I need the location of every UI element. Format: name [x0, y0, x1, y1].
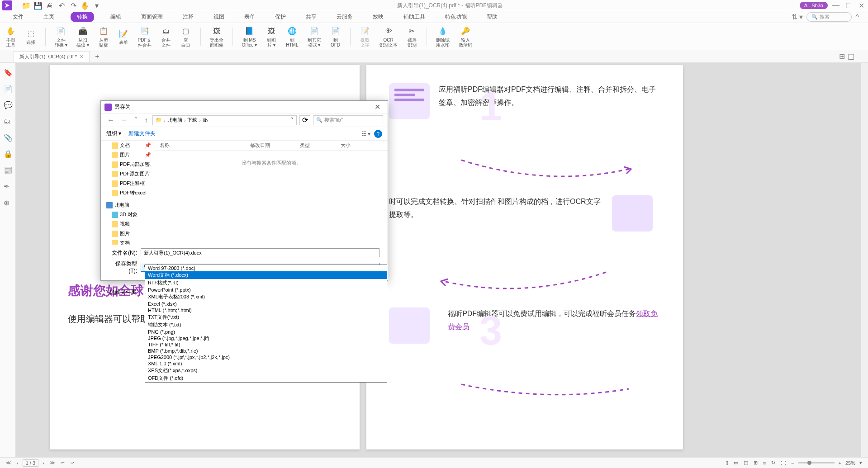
ribbon-pdf-merge[interactable]: 📑PDF文 件合并 — [136, 25, 153, 48]
qat-save-icon[interactable]: 💾 — [34, 2, 42, 9]
menu-protect[interactable]: 保护 — [271, 12, 289, 22]
menu-features[interactable]: 特色功能 — [441, 12, 470, 22]
sidebar-item[interactable]: 视频 — [101, 219, 155, 229]
ribbon-merge-files[interactable]: 🗂合并 文件 — [159, 25, 173, 48]
dd-option[interactable]: HTML (*.htm;*.html) — [145, 307, 387, 313]
zoom-value[interactable]: 25% — [845, 460, 855, 466]
minimize-button[interactable]: — — [831, 1, 840, 10]
ribbon-to-other[interactable]: 📄到其它 格式 ▾ — [306, 25, 323, 48]
sidebar-item[interactable]: 图片📌 — [101, 150, 155, 160]
menu-accessibility[interactable]: 辅助工具 — [400, 12, 429, 22]
view-two-continuous-icon[interactable]: ⊞ — [752, 460, 759, 466]
qat-more-icon[interactable]: ▾ — [93, 2, 100, 9]
sidebar-item[interactable]: 3D 对象 — [101, 210, 155, 219]
view-two-page-icon[interactable]: ◫ — [742, 460, 749, 466]
ribbon-to-msoffice[interactable]: 📘到 MS Office ▾ — [240, 25, 259, 48]
dialog-search-box[interactable]: 🔍 搜索"lib" — [313, 115, 383, 125]
sidebar-item[interactable]: PDF局部加密、F — [101, 160, 155, 169]
ribbon-select[interactable]: ⬚选择 — [24, 27, 38, 46]
nav-back-icon[interactable]: ⤺ — [59, 460, 66, 466]
organize-button[interactable]: 组织 ▾ — [106, 130, 121, 137]
dd-option-selected[interactable]: Word文档 (*.docx) — [145, 271, 387, 279]
sidebar-item[interactable]: 文档📌 — [101, 141, 155, 150]
help-button[interactable]: ? — [374, 130, 382, 138]
ribbon-hand-tool[interactable]: ✋手型 工具 — [4, 25, 18, 48]
dd-option[interactable]: OFD文件 (*.ofd) — [145, 374, 387, 382]
file-list[interactable]: 名称 修改日期 类型 大小 没有与搜索条件匹配的项。 — [155, 141, 388, 245]
dd-option[interactable]: TXT文件(*.txt) — [145, 313, 387, 321]
zoom-out-button[interactable]: − — [790, 460, 795, 466]
sidebar-item[interactable]: 图片 — [101, 229, 155, 238]
layers-icon[interactable]: 🗂 — [4, 117, 12, 125]
menu-view[interactable]: 视图 — [210, 12, 228, 22]
dd-option[interactable]: JPEG2000 (*.jpf,*.jpx,*.jp2,*.j2k,*.jpc) — [145, 354, 387, 360]
menu-help[interactable]: 帮助 — [483, 12, 501, 22]
nav-recent-button[interactable]: ˅ — [133, 116, 140, 124]
zoom-in-button[interactable]: + — [837, 460, 843, 466]
dialog-close-button[interactable]: ✕ — [370, 103, 384, 111]
ribbon-file-convert[interactable]: 📄文件 转换 ▾ — [53, 25, 69, 48]
user-badge[interactable]: A - Sh3n — [800, 2, 828, 9]
last-page-button[interactable]: ≫ — [48, 460, 57, 466]
qat-undo-icon[interactable]: ↶ — [58, 2, 65, 9]
filename-input[interactable] — [141, 248, 379, 257]
first-page-button[interactable]: ≪ — [5, 460, 13, 466]
sidebar-item-thispc[interactable]: 此电脑 — [101, 200, 155, 210]
view-mode-button[interactable]: ☷ ▾ — [361, 131, 370, 137]
tab-add-button[interactable]: + — [95, 52, 99, 61]
dd-option[interactable]: PNG (*.png) — [145, 329, 387, 335]
layout-icon-1[interactable]: ⊞ — [839, 52, 845, 61]
view-continuous-icon[interactable]: ▭ — [732, 460, 740, 466]
dd-option[interactable]: XML 1.0 (*.xml) — [145, 360, 387, 367]
menu-convert[interactable]: 转换 — [71, 12, 94, 22]
ribbon-from-scanner[interactable]: 📠从扫 描仪 ▾ — [75, 25, 91, 48]
collapse-ribbon-icon[interactable]: ^ — [855, 13, 859, 21]
menu-pages[interactable]: 页面管理 — [138, 12, 166, 22]
dd-option[interactable]: XPS文档(*.xps,*.oxps) — [145, 367, 387, 374]
view-single-icon[interactable]: ▯ — [724, 460, 730, 466]
dd-option[interactable]: 辅助文本 (*.txt) — [145, 321, 387, 329]
security-icon[interactable]: 🔒 — [4, 150, 12, 158]
path-dropdown-icon[interactable]: ˅ — [291, 117, 294, 123]
col-size[interactable]: 大小 — [336, 142, 368, 149]
qat-open-icon[interactable]: 📁 — [23, 2, 30, 9]
close-button[interactable]: ✕ — [857, 1, 866, 10]
view-rotate-icon[interactable]: ↻ — [770, 460, 777, 466]
new-folder-button[interactable]: 新建文件夹 — [128, 130, 156, 137]
ribbon-to-html[interactable]: 🌐到 HTML — [284, 25, 300, 48]
zoom-slider[interactable] — [798, 462, 835, 463]
col-date[interactable]: 修改日期 — [246, 142, 295, 149]
menu-file[interactable]: 文件 — [9, 12, 27, 22]
fullscreen-icon[interactable]: ⛶ — [779, 460, 787, 466]
sidebar-item[interactable]: PDF注释框 — [101, 179, 155, 188]
ribbon-from-clipboard[interactable]: 📋从剪 贴板 — [96, 25, 111, 48]
view-reflow-icon[interactable]: ≡ — [762, 460, 767, 466]
ribbon-activation[interactable]: 🔑输入 激活码 — [457, 25, 474, 48]
path-root[interactable]: 此电脑 — [167, 117, 182, 123]
ribbon-to-image[interactable]: 🖼到图 片 ▾ — [264, 25, 279, 48]
dd-option[interactable]: TIFF (*.tiff,*.tif) — [145, 341, 387, 348]
search-box[interactable]: 🔍 搜索 — [806, 12, 852, 22]
sidebar-item[interactable]: 文档 — [101, 238, 155, 245]
nav-fwd-icon[interactable]: ⤻ — [69, 460, 76, 466]
qat-print-icon[interactable]: 🖨 — [46, 2, 53, 9]
sidebar-item[interactable]: PDF添加图片 — [101, 169, 155, 179]
document-tab[interactable]: 新人引导(1)_OCR(4).pdf * ✕ — [14, 51, 90, 62]
ribbon-remove-watermark[interactable]: 💧删除试 用水印 — [434, 25, 451, 48]
signature-icon[interactable]: ✒ — [4, 182, 12, 190]
next-page-button[interactable]: › — [41, 460, 46, 466]
comments-icon[interactable]: 💬 — [4, 101, 12, 109]
attachments-icon[interactable]: 📎 — [4, 133, 12, 142]
more-panels-icon[interactable]: ⊕ — [4, 199, 12, 207]
page-indicator[interactable]: 1 / 3 — [23, 459, 38, 467]
zoom-dropdown-icon[interactable]: ▾ — [858, 460, 863, 466]
dd-option[interactable]: XML电子表格2003 (*.xml) — [145, 293, 387, 301]
dd-option[interactable]: Excel (*.xlsx) — [145, 301, 387, 307]
menu-home[interactable]: 主页 — [40, 12, 58, 22]
col-type[interactable]: 类型 — [295, 142, 336, 149]
bookmark-icon[interactable]: 🔖 — [4, 68, 12, 76]
dd-option[interactable]: JPEG (*.jpg,*.jpeg,*.jpe,*.jif) — [145, 335, 387, 341]
prev-page-button[interactable]: ‹ — [15, 460, 20, 466]
dd-option[interactable]: PowerPoint (*.pptx) — [145, 287, 387, 293]
ribbon-ocr[interactable]: 👁OCR 识别文本 — [378, 25, 399, 48]
